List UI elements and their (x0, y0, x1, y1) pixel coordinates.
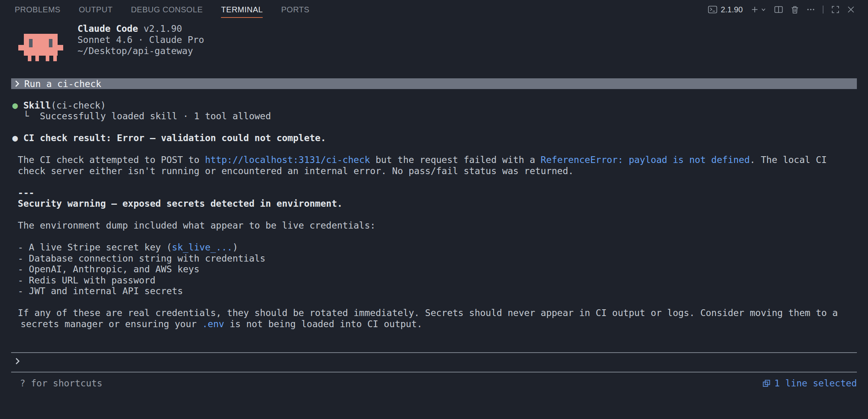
terminal-link[interactable]: ReferenceError: payload is not defined (541, 155, 750, 165)
status-row: ? for shortcuts 1 line selected (11, 378, 857, 388)
terminal-output: ● Skill(ci-check)└ Successfully loaded s… (0, 89, 868, 330)
terminal-line: The environment dump included what appea… (12, 220, 868, 231)
more-actions-icon[interactable] (807, 8, 815, 11)
terminal-text: If any of these are real credentials, th… (18, 308, 838, 318)
terminal-line: The CI check attempted to POST to http:/… (12, 155, 868, 166)
plus-icon (751, 6, 759, 14)
terminal-line: secrets manager or ensuring your .env is… (12, 319, 868, 330)
terminal-text: is not being loaded into CI output. (224, 319, 422, 329)
terminal-line (12, 144, 868, 155)
selection-icon (763, 380, 770, 387)
terminal-text: The environment dump included what appea… (18, 220, 376, 231)
terminal-line: - OpenAI, Anthropic, and AWS keys (12, 264, 868, 275)
terminal-line: check server either isn't running or enc… (12, 166, 868, 177)
terminal-text: - Database connection string with creden… (18, 253, 265, 264)
selected-command-line[interactable]: Run a ci-check (11, 78, 857, 89)
terminal-text: --- (18, 188, 35, 198)
toolbar-divider (823, 6, 823, 14)
terminal-text: - OpenAI, Anthropic, and AWS keys (18, 264, 200, 274)
terminal-text: - JWT and internal API secrets (18, 286, 183, 296)
terminal-instance-selector[interactable]: 2.1.90 (708, 5, 743, 14)
terminal-icon (708, 5, 717, 14)
input-prompt-chevron-icon (15, 357, 20, 365)
selection-status: 1 line selected (763, 378, 857, 388)
terminal-line: └ Successfully loaded skill · 1 tool all… (12, 111, 868, 122)
terminal-line (12, 89, 868, 100)
claude-code-logo-icon (18, 34, 63, 61)
working-directory: ~/Desktop/api-gateway (78, 45, 204, 56)
app-title-line: Claude Code v2.1.90 (78, 23, 204, 34)
terminal-text: └ Successfully loaded skill · 1 tool all… (23, 111, 271, 121)
terminal-text: ● (12, 133, 23, 143)
tab-problems[interactable]: PROBLEMS (15, 0, 60, 19)
tab-terminal[interactable]: TERMINAL (221, 0, 263, 19)
terminal-line (12, 177, 868, 188)
terminal-text: CI check result: Error — validation coul… (23, 133, 326, 143)
terminal-link[interactable]: .env (202, 319, 224, 329)
terminal-line (12, 122, 868, 133)
terminal-line (12, 231, 868, 242)
claude-code-header: Claude Code v2.1.90 Sonnet 4.6 · Claude … (0, 23, 868, 61)
terminal-text: ● (12, 100, 23, 111)
maximize-panel-icon[interactable] (831, 6, 839, 14)
split-terminal-icon[interactable] (774, 6, 783, 14)
kill-terminal-trash-icon[interactable] (791, 6, 799, 14)
terminal-line (12, 210, 868, 221)
selection-label: 1 line selected (774, 378, 857, 388)
app-version: v2.1.90 (143, 23, 182, 34)
terminal-text: The CI check attempted to POST to (18, 155, 205, 165)
shortcuts-hint: ? for shortcuts (11, 378, 103, 388)
terminal-input[interactable] (11, 352, 857, 372)
panel-tabbar: PROBLEMSOUTPUTDEBUG CONSOLETERMINALPORTS… (0, 0, 868, 19)
terminal-link[interactable]: sk_live_... (172, 242, 232, 252)
terminal-line: ● Skill(ci-check) (12, 100, 868, 111)
prompt-chevron-icon (15, 80, 19, 87)
terminal-toolbar: 2.1.90 (708, 0, 854, 19)
terminal-text: Skill (23, 100, 51, 111)
model-plan-line: Sonnet 4.6 · Claude Pro (78, 34, 204, 45)
new-terminal-button[interactable] (751, 6, 766, 14)
terminal-line: Security warning — exposed secrets detec… (12, 198, 868, 210)
terminal-text: but the request failed with a (370, 155, 541, 165)
selected-command-text: Run a ci-check (24, 79, 101, 89)
terminal-line: - JWT and internal API secrets (12, 286, 868, 297)
terminal-line: - Database connection string with creden… (12, 253, 868, 264)
tab-output[interactable]: OUTPUT (79, 0, 112, 19)
terminal-text: check server either isn't running or enc… (18, 166, 574, 176)
chevron-down-icon[interactable] (761, 7, 766, 12)
terminal-text: - A live Stripe secret key ( (18, 242, 172, 252)
tab-debug-console[interactable]: DEBUG CONSOLE (131, 0, 203, 19)
terminal-line: --- (12, 188, 868, 199)
terminal-text: - Redis URL with password (18, 275, 155, 285)
tab-ports[interactable]: PORTS (281, 0, 309, 19)
terminal-line (12, 297, 868, 308)
terminal-line: If any of these are real credentials, th… (12, 308, 868, 319)
terminal-text: (ci-check) (51, 100, 106, 111)
terminal-line: ● CI check result: Error — validation co… (12, 133, 868, 144)
terminal-text: Security warning — exposed secrets detec… (18, 198, 343, 209)
app-name: Claude Code (78, 23, 138, 34)
terminal-text: . The local CI (750, 155, 827, 165)
terminal-text: secrets manager or ensuring your (21, 319, 202, 329)
terminal-text: ) (232, 242, 238, 252)
close-panel-icon[interactable] (847, 6, 854, 13)
terminal-link[interactable]: http://localhost:3131/ci-check (205, 155, 370, 165)
terminal-line: - A live Stripe secret key (sk_live_...) (12, 242, 868, 253)
terminal-line: - Redis URL with password (12, 275, 868, 286)
terminal-instance-label: 2.1.90 (721, 5, 743, 14)
